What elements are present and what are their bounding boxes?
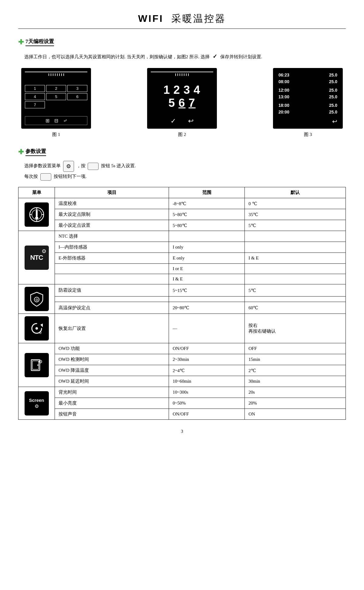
table-row: 按钮声音 ON/OFF ON (19, 409, 346, 420)
item-name: 恢复出厂设置 (55, 314, 169, 343)
item-range (169, 231, 245, 242)
item-default: ON (245, 409, 346, 420)
item-name: E-外部传感器 (55, 253, 169, 264)
item-default: 2℃ (245, 365, 346, 376)
item-default: 20s (245, 387, 346, 398)
item-default (245, 264, 346, 274)
table-row: NTC ⚙ NTC 选择 (19, 231, 346, 242)
item-range: I only (169, 242, 245, 253)
screen2-display: 1234 567 ✓ ↩ (147, 68, 217, 129)
section2-cross-icon: ✚ (18, 148, 24, 156)
table-row: 最小亮度 0~50% 20% (19, 398, 346, 409)
section2-header: ✚ 参数设置 (18, 148, 346, 156)
item-range: -8~8℃ (169, 198, 245, 209)
icon-cell-screen: Screen ⚙ (19, 387, 55, 420)
item-range: ON/OFF (169, 409, 245, 420)
table-row: I & E (19, 274, 346, 284)
item-name: 最小设定点设置 (55, 220, 169, 231)
icon-cell-shield: ⚙ (19, 284, 55, 314)
item-name (55, 296, 169, 302)
thermo-gear-icon (29, 207, 44, 222)
section1-description: 选择工作日，也可以选择几天为其设置相同的计划. 当天关闭，则按确认键，如图2 所… (18, 51, 346, 62)
section1-cross-icon: ✚ (18, 38, 24, 46)
item-name: OWD 降温温度 (55, 365, 169, 376)
item-default: 35℃ (245, 209, 346, 220)
button-icon-2 (40, 173, 51, 181)
table-row: 最小设定点设置 5~80℃ 5℃ (19, 220, 346, 231)
table-row: I or E (19, 264, 346, 274)
params-desc2: 每次按 按钮转到下一项. (18, 172, 346, 181)
svg-marker-10 (40, 324, 43, 327)
item-default: 30min (245, 376, 346, 387)
reset-icon: ⚙ (29, 321, 44, 336)
col-header-default: 默认 (245, 187, 346, 198)
item-name: 高温保护设定点 (55, 302, 169, 314)
table-row: ⚙ 防霜设定值 5~15℃ 5℃ (19, 284, 346, 296)
item-range (169, 296, 245, 302)
section1-header: ✚ 7天编程设置 (18, 38, 346, 46)
item-name: 温度校准 (55, 198, 169, 209)
table-row: 温度校准 -8~8℃ 0 ℃ (19, 198, 346, 209)
door-gear-icon: ⚙ (29, 357, 45, 373)
figures-row: 1 2 3 4 5 6 7 ⊞ ⊟ ⤶ 图 1 (18, 68, 346, 137)
item-name: 防霜设定值 (55, 284, 169, 296)
icon-cell-reset: ⚙ (19, 314, 55, 343)
table-row: Screen ⚙ 背光时间 10~300s 20s (19, 387, 346, 398)
item-range: — (169, 314, 245, 343)
params-desc1: 选择参数设置菜单 ⚙ ，按 按钮 5s 进入设置. (18, 161, 346, 172)
col-header-range: 范围 (169, 187, 245, 198)
item-default: 按右 再按右键确认 (245, 314, 346, 343)
figure-2: 1234 567 ✓ ↩ 图 2 (147, 68, 217, 137)
item-default: 20% (245, 398, 346, 409)
item-name (55, 264, 169, 274)
figure-3: 06:2325.0 08:0025.0 12:0025.0 13:0025.0 … (273, 68, 343, 137)
svg-point-7 (35, 216, 38, 219)
table-row (19, 296, 346, 302)
item-range: I or E (169, 264, 245, 274)
item-range: 5~15℃ (169, 284, 245, 296)
table-row: ⚙ 恢复出厂设置 — 按右 再按右键确认 (19, 314, 346, 343)
item-range: 5~80℃ (169, 209, 245, 220)
svg-point-15 (37, 365, 39, 366)
section2-title: 参数设置 (25, 148, 46, 156)
page-number: 3 (18, 429, 346, 434)
item-default: 60℃ (245, 302, 346, 314)
svg-rect-6 (36, 210, 38, 217)
item-default: OFF (245, 343, 346, 354)
item-default: 0 ℃ (245, 198, 346, 209)
fig3-label: 图 3 (304, 132, 312, 137)
item-default: I & E (245, 253, 346, 264)
fig1-label: 图 1 (52, 132, 60, 137)
col-header-menu: 菜单 (19, 187, 55, 198)
item-default (245, 242, 346, 253)
screen1-display: 1 2 3 4 5 6 7 ⊞ ⊟ ⤶ (21, 68, 91, 129)
item-range: E only (169, 253, 245, 264)
item-range: 10~60min (169, 376, 245, 387)
table-row: 高温保护设定点 20~80℃ 60℃ (19, 302, 346, 314)
item-range: I & E (169, 274, 245, 284)
item-default: 5℃ (245, 284, 346, 296)
section1-title: 7天编程设置 (25, 38, 54, 46)
item-default (245, 231, 346, 242)
item-default (245, 296, 346, 302)
svg-text:⚙: ⚙ (35, 298, 38, 302)
page-title: WIFI 采暖温控器 (18, 12, 346, 25)
item-name: OWD 检测时间 (55, 354, 169, 365)
figure-1: 1 2 3 4 5 6 7 ⊞ ⊟ ⤶ 图 1 (21, 68, 91, 137)
item-name: OWD 延迟时间 (55, 376, 169, 387)
item-range: 2~30min (169, 354, 245, 365)
col-header-item: 项目 (55, 187, 169, 198)
item-name: 最大设定点限制 (55, 209, 169, 220)
svg-text:⚙: ⚙ (39, 331, 42, 334)
table-row: E-外部传感器 E only I & E (19, 253, 346, 264)
item-range: ON/OFF (169, 343, 245, 354)
table-row: 最大设定点限制 5~80℃ 35℃ (19, 209, 346, 220)
shield-gear-icon: ⚙ (29, 291, 45, 307)
fig2-label: 图 2 (178, 132, 186, 137)
item-range: 20~80℃ (169, 302, 245, 314)
item-name: 最小亮度 (55, 398, 169, 409)
table-row: I—内部传感器 I only (19, 242, 346, 253)
icon-cell-gear-thermo (19, 198, 55, 231)
icon-cell-door: ⚙ (19, 343, 55, 387)
item-default: 15min (245, 354, 346, 365)
